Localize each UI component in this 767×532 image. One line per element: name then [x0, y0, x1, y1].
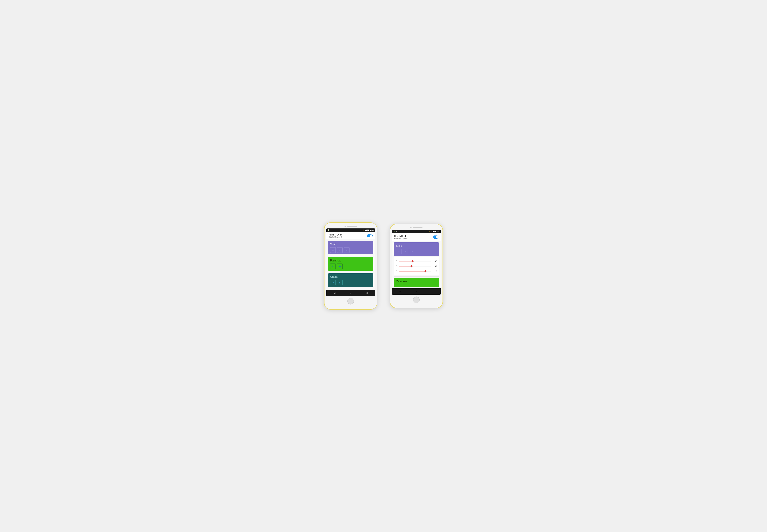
r-track[interactable]	[399, 261, 431, 261]
app-title-1: Hornbill Lights	[328, 233, 342, 236]
settings-status-icon: ✦	[330, 229, 331, 231]
rainbow-card-1: Rainbow ⇄ ▶	[328, 257, 373, 271]
solid-pause-btn-2[interactable]: ●	[403, 249, 409, 254]
bar1	[365, 230, 365, 231]
scene: 🔋 ✦ ⚡ 16:55	[324, 222, 443, 310]
r-label: R	[396, 260, 398, 262]
toggle-switch-1[interactable]	[367, 234, 373, 237]
home-btn-2[interactable]: ○	[416, 290, 417, 293]
notification-icon: 🔋	[327, 229, 329, 231]
status-left-2: 🔋 ▣ ✦	[394, 231, 399, 232]
status-bar-1: 🔋 ✦ ⚡ 16:55	[326, 228, 375, 232]
r-row: R 107	[396, 259, 437, 264]
time-1: 16:55	[370, 229, 373, 231]
solid-repeat-btn[interactable]: ⇄	[330, 247, 336, 253]
battery-icon-1	[367, 230, 369, 231]
solid-pause-btn[interactable]: ●	[337, 247, 342, 253]
solid-play-btn-2[interactable]: ▶	[410, 249, 415, 254]
solid-buttons-1: ⇄ ● ▶	[330, 247, 371, 253]
home-btn-1[interactable]: ○	[350, 292, 351, 294]
play-icon-rainbow: ▶	[339, 265, 341, 268]
speaker-2	[413, 227, 423, 228]
bar3	[366, 230, 366, 231]
back-btn-1[interactable]: ◁	[334, 292, 335, 294]
r-fill	[399, 261, 413, 261]
phone-1: 🔋 ✦ ⚡ 16:55	[324, 222, 377, 310]
b-track[interactable]	[399, 271, 431, 271]
bluetooth-icon-2: ⚡	[429, 231, 430, 232]
divider-3	[394, 276, 439, 277]
rainbow-buttons-1: ⇄ ▶	[330, 263, 371, 269]
chase-play-btn[interactable]: ▶	[337, 280, 342, 285]
settings-icon-2: ✦	[398, 231, 399, 232]
nav-bar-2: ◁ ○ □	[392, 288, 441, 295]
phone-2-screen: 🔋 ▣ ✦ ⚡ 16:55	[392, 230, 441, 295]
play-icon-solid: ▶	[346, 249, 348, 251]
g-fill	[399, 266, 412, 266]
nav-bar-1: ◁ ○ □	[326, 290, 375, 296]
app-header-1: Hornbill Lights RGB Lights control	[326, 232, 375, 239]
solid-card-2: Solid ⇄ ● ▶	[394, 242, 439, 256]
solid-label-2: Solid	[396, 244, 437, 248]
rainbow-card-2: Rainbow	[394, 278, 439, 287]
g-label: G	[396, 265, 398, 267]
play-icon-chase: ▶	[339, 281, 341, 284]
image-icon-2: ▣	[396, 231, 397, 232]
b-thumb[interactable]	[425, 270, 427, 272]
rainbow-play-btn[interactable]: ▶	[337, 263, 342, 269]
solid-card-1: Solid ⇄ ● ▶	[328, 241, 373, 254]
home-button-1[interactable]	[347, 298, 354, 304]
solid-play-btn[interactable]: ▶	[344, 247, 349, 253]
recent-btn-2[interactable]: □	[432, 290, 433, 293]
chase-repeat-btn[interactable]: ⇄	[330, 280, 336, 285]
r-value: 107	[433, 260, 437, 262]
bar1-2	[431, 232, 431, 232]
phone-1-top	[326, 226, 375, 227]
notification-icon-2: 🔋	[394, 231, 395, 232]
app-title-2: Hornbill Lights	[394, 235, 408, 238]
r-thumb[interactable]	[412, 260, 414, 262]
app-subtitle-2: RGB Lights control	[394, 238, 408, 239]
battery-fill-2	[433, 231, 435, 232]
home-button-2[interactable]	[413, 297, 420, 303]
b-row: B 210	[396, 269, 437, 274]
solid-repeat-btn-2[interactable]: ⇄	[396, 249, 402, 254]
chase-label-1: Chase	[330, 275, 371, 279]
play-icon-solid-2: ▶	[412, 250, 414, 253]
status-right-2: ⚡ 16:55	[429, 231, 440, 232]
scroll-content-2: Solid ⇄ ● ▶	[392, 241, 441, 288]
b-value: 210	[433, 270, 437, 272]
chase-card-1: Chase ⇄ ▶	[328, 273, 373, 287]
phone-2-top	[392, 227, 441, 228]
repeat-icon-chase: ⇄	[332, 281, 334, 284]
rainbow-repeat-btn[interactable]: ⇄	[330, 263, 336, 269]
scroll-content-1: Solid ⇄ ● ▶	[326, 239, 375, 290]
b-fill	[399, 271, 426, 271]
app-title-block-2: Hornbill Lights RGB Lights control	[394, 235, 408, 239]
front-camera	[344, 226, 346, 227]
back-btn-2[interactable]: ◁	[400, 290, 401, 293]
g-track[interactable]	[399, 266, 431, 266]
solid-label-1: Solid	[330, 243, 371, 246]
toggle-switch-2[interactable]	[433, 235, 439, 239]
repeat-icon-solid-2: ⇄	[398, 250, 400, 253]
g-thumb[interactable]	[411, 265, 413, 267]
chase-buttons-1: ⇄ ▶	[330, 280, 371, 285]
app-subtitle-1: RGB Lights control	[328, 236, 342, 238]
status-left-1: 🔋 ✦	[327, 229, 331, 231]
repeat-icon-solid: ⇄	[332, 249, 334, 251]
solid-buttons-2: ⇄ ● ▶	[396, 249, 437, 254]
pause-icon-solid-2: ●	[405, 250, 406, 253]
signal-bars-2	[431, 231, 432, 232]
bar3-2	[432, 231, 432, 232]
repeat-icon-rainbow: ⇄	[332, 265, 334, 268]
front-camera-2	[410, 227, 412, 228]
app-title-block-1: Hornbill Lights RGB Lights control	[328, 233, 342, 238]
app-header-2: Hornbill Lights RGB Lights control	[392, 233, 441, 241]
bar2-2	[431, 232, 432, 232]
rainbow-label-1: Rainbow	[330, 259, 371, 262]
battery-fill-1	[367, 230, 369, 230]
g-value: 99	[433, 265, 437, 267]
recent-btn-1[interactable]: □	[366, 292, 367, 294]
rainbow-label-2: Rainbow	[396, 280, 437, 283]
